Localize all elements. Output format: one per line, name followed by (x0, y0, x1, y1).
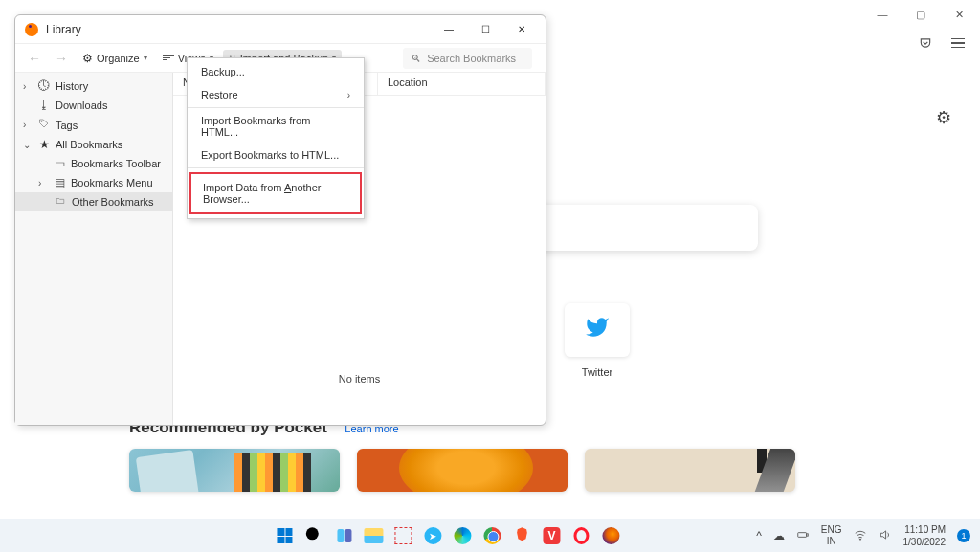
pocket-card[interactable] (357, 449, 568, 492)
taskbar-opera[interactable] (568, 523, 593, 548)
column-header-location[interactable]: Location (378, 73, 546, 95)
taskbar-brave[interactable] (509, 523, 534, 548)
chevron-right-icon: › (23, 120, 33, 130)
settings-gear-icon[interactable]: ⚙ (936, 107, 951, 128)
library-sidebar: › 🕓︎ History ⭳ Downloads › Tags ⌄ ★ All … (15, 73, 173, 425)
speaker-icon[interactable] (879, 528, 892, 544)
clock[interactable]: 11:10 PM 1/30/2022 (903, 523, 947, 548)
taskbar-edge[interactable] (450, 523, 475, 548)
back-button[interactable]: ← (23, 48, 46, 69)
notification-badge[interactable]: 1 (957, 529, 970, 542)
library-titlebar[interactable]: Library — ☐ ✕ (15, 15, 546, 44)
svg-point-0 (41, 121, 42, 122)
star-icon: ★ (37, 138, 51, 151)
taskbar-vivaldi[interactable]: V (539, 523, 564, 548)
maximize-button[interactable]: ☐ (467, 17, 503, 42)
chevron-down-icon: ▾ (144, 54, 147, 62)
maximize-button[interactable]: ▢ (902, 1, 940, 28)
toolbar-icon: ▭ (53, 157, 66, 170)
gear-icon: ⚙ (82, 52, 93, 65)
forward-button[interactable]: → (50, 48, 73, 69)
menu-icon[interactable] (950, 35, 966, 51)
vivaldi-icon: V (543, 527, 560, 544)
firefox-icon (602, 527, 619, 544)
taskbar-widgets[interactable] (331, 523, 356, 548)
search-icon: 🔍︎ (411, 53, 421, 64)
download-icon: ⭳ (37, 99, 51, 112)
taskbar-snip[interactable] (390, 523, 415, 548)
taskbar-telegram[interactable]: ➤ (420, 523, 445, 548)
pocket-section: Recommended by Pocket Learn more (129, 418, 980, 492)
explorer-icon (364, 528, 383, 543)
pocket-card[interactable] (585, 449, 795, 492)
organize-button[interactable]: ⚙ Organize ▾ (77, 49, 153, 68)
opera-icon (573, 527, 589, 544)
import-backup-menu: Backup... Restore › Import Bookmarks fro… (187, 57, 365, 219)
minimize-button[interactable]: — (863, 1, 902, 28)
twitter-icon (585, 315, 610, 345)
pocket-icon[interactable] (918, 35, 933, 51)
telegram-icon: ➤ (424, 527, 441, 544)
svg-point-5 (859, 539, 860, 540)
menu-item-import-html[interactable]: Import Bookmarks from HTML... (188, 109, 364, 144)
chrome-icon (483, 527, 501, 544)
close-button[interactable]: ✕ (503, 17, 540, 42)
firefox-icon (25, 23, 38, 36)
clock-icon: 🕓︎ (37, 79, 51, 93)
taskbar-explorer[interactable] (361, 523, 386, 548)
sidebar-item-other-bookmarks[interactable]: Other Bookmarks (15, 192, 172, 211)
start-button[interactable] (272, 523, 297, 548)
chevron-down-icon: ⌄ (23, 140, 33, 150)
snip-icon (394, 527, 412, 544)
sidebar-item-bookmarks-toolbar[interactable]: ▭ Bookmarks Toolbar (15, 154, 172, 173)
library-title: Library (46, 23, 431, 36)
chevron-right-icon: › (38, 178, 48, 188)
wifi-icon[interactable] (854, 528, 867, 544)
sidebar-item-tags[interactable]: › Tags (15, 115, 172, 135)
shortcut-twitter[interactable]: Twitter (557, 303, 637, 378)
sidebar-item-all-bookmarks[interactable]: ⌄ ★ All Bookmarks (15, 135, 172, 154)
taskbar-firefox[interactable] (598, 523, 623, 548)
folder-icon (54, 195, 67, 209)
svg-line-2 (317, 538, 323, 544)
svg-rect-4 (807, 533, 808, 535)
battery-icon[interactable] (796, 528, 810, 544)
search-bookmarks-input[interactable]: 🔍︎ Search Bookmarks (403, 48, 532, 69)
menu-item-export-html[interactable]: Export Bookmarks to HTML... (188, 144, 364, 168)
tag-icon (37, 118, 51, 132)
chevron-right-icon: › (347, 90, 350, 100)
system-tray: ^ ☁ ENG IN 11:10 PM 1/30/2022 1 (756, 523, 970, 548)
sidebar-item-history[interactable]: › 🕓︎ History (15, 77, 172, 96)
pocket-card[interactable] (129, 449, 340, 492)
tray-chevron-icon[interactable]: ^ (756, 529, 762, 542)
search-icon (301, 523, 326, 548)
menu-list-icon: ▤ (53, 176, 66, 189)
sidebar-item-downloads[interactable]: ⭳ Downloads (15, 96, 172, 115)
language-indicator[interactable]: ENG IN (821, 524, 842, 547)
widgets-icon (337, 529, 351, 542)
windows-icon (277, 528, 292, 543)
chevron-right-icon: › (23, 81, 33, 92)
menu-item-restore[interactable]: Restore › (188, 83, 364, 108)
taskbar: ➤ V ^ ☁ ENG IN 11:10 PM 1/30/2022 1 (0, 519, 980, 552)
brave-icon (514, 525, 529, 547)
menu-item-import-browser[interactable]: Import Data from Another Browser... (189, 172, 362, 214)
close-button[interactable]: ✕ (940, 1, 978, 28)
svg-rect-3 (798, 532, 807, 537)
sort-icon (163, 55, 174, 60)
minimize-button[interactable]: — (431, 17, 467, 42)
onedrive-icon[interactable]: ☁ (773, 529, 785, 542)
taskbar-search[interactable] (301, 523, 326, 548)
sidebar-item-bookmarks-menu[interactable]: › ▤ Bookmarks Menu (15, 173, 172, 192)
taskbar-chrome[interactable] (479, 523, 504, 548)
no-items-label: No items (173, 373, 546, 385)
edge-icon (454, 527, 471, 544)
menu-item-backup[interactable]: Backup... (188, 60, 364, 83)
svg-point-1 (306, 527, 319, 540)
